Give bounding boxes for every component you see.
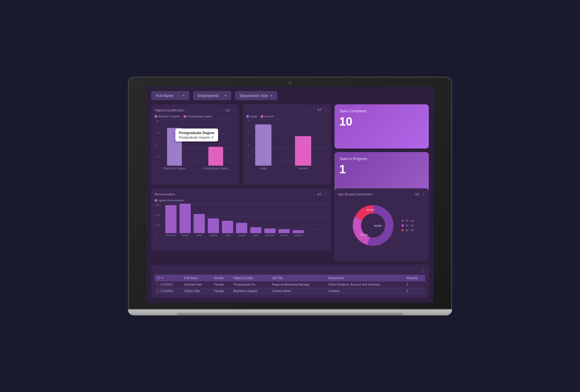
rem-bar-zephyr-rect <box>236 223 247 233</box>
legend-25-30-label: 25 - 30 <box>406 219 414 222</box>
qualification-header: Highest Qualification ↑ ↓ AZ ⋮ <box>155 108 236 113</box>
rem-bar-john-label: John <box>253 234 258 237</box>
cell-dept-1: Client Relations, Account and Invoicing,… <box>326 281 404 288</box>
bar-single: Single <box>255 124 271 170</box>
marital-icons: ↑ ↓ AZ ⋮ <box>310 108 327 113</box>
bar-postgrad-label: Postgraduate Degree <box>203 167 228 170</box>
rem-bar-favour-rect <box>179 204 191 233</box>
tasks-progress-value: 1 <box>339 163 424 176</box>
table-row: 1. CLG0011 Rachael Kate Female Postgradu… <box>155 281 425 288</box>
fullname-label: Full Name <box>156 93 173 98</box>
qual-down-icon[interactable]: ↓ <box>222 108 224 112</box>
col-qualification[interactable]: Highest Qualifi... <box>231 275 270 281</box>
rem-bar-simi: Simi <box>222 221 233 237</box>
rem-az-icon[interactable]: AZ <box>317 192 322 196</box>
legend-single: Single <box>246 115 257 118</box>
rem-chart-container: 600K 400K 200K 0 Rachael <box>155 204 327 242</box>
rem-y-labels: 600K 400K 200K 0 <box>155 204 161 237</box>
legend-single-label: Single <box>250 115 257 118</box>
donut-label-545: 54.5% <box>374 224 382 227</box>
fullname-arrow: ▾ <box>183 93 185 98</box>
rem-bar-lanre-rect <box>194 214 205 233</box>
age-title: Age Bracket Distribution <box>338 192 415 196</box>
departmentsize-dropdown[interactable]: Department Size ▾ <box>235 91 277 100</box>
cell-title-1: Regional Marketing Manager <box>270 281 326 288</box>
marital-up-icon[interactable]: ↑ <box>310 108 312 113</box>
age-more-icon[interactable]: ⋮ <box>421 192 425 197</box>
departmentsize-label: Department Size <box>240 93 268 98</box>
rem-bar-adeola-rect <box>293 230 304 233</box>
qual-legend: Bachelor's Degree Postgraduate Degree <box>155 115 236 118</box>
rem-bar-favour-label: Favour <box>182 234 189 237</box>
rem-bar-simeon-rect <box>279 229 290 233</box>
rem-bar-rachael-label: Rachael <box>167 234 175 237</box>
qualification-icons: ↑ ↓ AZ ⋮ <box>219 108 236 113</box>
rem-bar-cynthia-rect <box>208 218 219 233</box>
qual-chart-container: 10 7.5 5 2.5 0 <box>155 120 236 176</box>
qual-y-labels: 10 7.5 5 2.5 0 <box>156 120 160 170</box>
grid-line <box>255 120 327 120</box>
qual-more-icon[interactable]: ⋮ <box>232 108 236 113</box>
cell-id-1: 1. CLG0011 <box>155 281 182 288</box>
legend-married-label: Married <box>264 115 273 118</box>
col-deptcount[interactable]: #Dept(s) <box>404 275 425 281</box>
rem-bar-rachael: Rachael <box>165 205 177 237</box>
bar-postgrad-rect <box>208 147 223 166</box>
donut-legend: 25 - 30 31 - 34 18 - 24 <box>401 219 414 232</box>
marital-y-labels: 8 6 4 2 0 <box>248 120 249 170</box>
departmentsize-arrow: ▾ <box>271 93 273 98</box>
bar-married: Married <box>295 136 311 170</box>
cell-gender-1: Female <box>212 281 231 288</box>
data-table: ID ▼ Full Name Gender Highest Qualifi...… <box>155 275 425 294</box>
col-fullname[interactable]: Full Name <box>182 275 212 281</box>
marital-header: ↑ ↓ AZ ⋮ <box>246 108 327 113</box>
cell-deptcount-2: 1 <box>404 288 425 294</box>
tasks-progress-label: Tasks in Progress <box>339 157 424 161</box>
legend-25-30: 25 - 30 <box>401 219 414 222</box>
data-table-card: ⋮ ID ▼ Full Name Gender Highest Qualifi.… <box>151 265 429 298</box>
marital-down-icon[interactable]: ↓ <box>314 108 316 113</box>
table-more-icon[interactable]: ⋮ <box>421 268 425 273</box>
legend-18-24-dot <box>401 229 404 231</box>
rem-more-icon[interactable]: ⋮ <box>323 192 327 197</box>
remuneration-title: Remuneration <box>155 192 317 196</box>
legend-bachelor: Bachelor's Degree <box>155 115 180 118</box>
bar-single-label: Single <box>260 167 267 170</box>
employeeid-dropdown[interactable]: EmployeeID ▾ <box>193 91 231 100</box>
tasks-completed-value: 10 <box>339 115 424 128</box>
legend-bachelor-dot <box>155 115 157 118</box>
marital-az-icon[interactable]: AZ <box>317 108 322 113</box>
employeeid-arrow: ▾ <box>225 93 227 98</box>
marital-chart-container: 8 6 4 2 0 Single <box>246 120 327 176</box>
qual-az-icon[interactable]: AZ <box>225 108 230 112</box>
fullname-dropdown[interactable]: Full Name ▾ <box>151 91 190 100</box>
col-jobtitle[interactable]: Job Title <box>270 275 326 281</box>
cell-id-2: 2. CLG0010 <box>155 288 182 294</box>
cell-deptcount-1: 3 <box>404 281 425 288</box>
col-id[interactable]: ID ▼ <box>155 275 182 281</box>
rem-bar-simi-label: Simi <box>225 234 230 237</box>
cell-name-1: Rachael Kate <box>182 281 212 288</box>
age-az-icon[interactable]: AZ <box>415 192 419 196</box>
rem-bar-simeon-label: Simeon <box>280 234 288 237</box>
legend-postgrad-dot <box>184 115 186 118</box>
qualification-tooltip: Postgraduate Degree Postgraduate Degree:… <box>175 129 218 141</box>
col-gender[interactable]: Gender <box>212 275 231 281</box>
legend-rem: Agreed Remuneration <box>155 199 184 202</box>
rem-bar-zephyr-label: Zephyr <box>238 234 245 237</box>
tasks-completed-label: Tasks Completed <box>339 109 424 113</box>
rem-legend: Agreed Remuneration <box>155 199 327 202</box>
laptop-base <box>128 309 452 315</box>
remuneration-chart-card: Remuneration AZ ⋮ Agreed Remuneration 60… <box>151 188 331 251</box>
rem-bar-adeola: Adeola <box>293 230 304 237</box>
tasks-progress-card: Tasks in Progress 1 <box>335 152 429 193</box>
screen-content: Full Name ▾ EmployeeID ▾ Department Size… <box>146 86 434 303</box>
bar-bachelor-label: Bachelor's Degree <box>164 167 185 170</box>
marital-bars: Single Married <box>255 123 327 170</box>
rem-bar-lanre: Lanre <box>194 214 205 237</box>
col-department[interactable]: Department <box>326 275 404 281</box>
marital-more-icon[interactable]: ⋮ <box>323 108 327 113</box>
rem-bar-john-rect <box>250 227 261 233</box>
qual-up-icon[interactable]: ↑ <box>219 108 220 112</box>
laptop-frame: Full Name ▾ EmployeeID ▾ Department Size… <box>128 77 452 315</box>
